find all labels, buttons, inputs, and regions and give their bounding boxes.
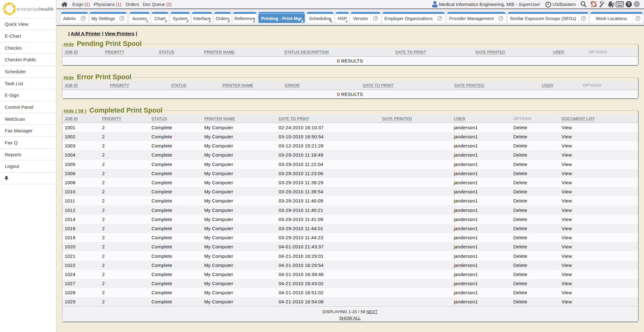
- svg-text:?: ?: [627, 2, 630, 7]
